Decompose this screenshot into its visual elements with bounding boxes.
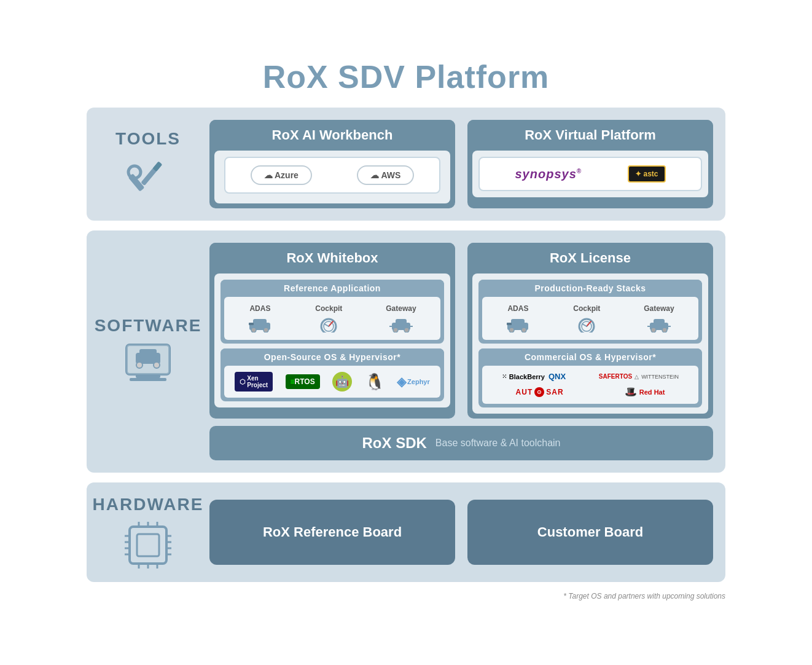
svg-rect-9 [139,349,157,358]
prod-stacks-header: Production-Ready Stacks [478,280,702,297]
safertos-logo: SAFERTOS △ WITTENSTEIN [599,373,679,380]
gateway-label: Gateway [386,304,416,313]
hardware-label: HARDWARE [93,495,204,514]
open-source-header: Open-Source OS & Hypervisor* [221,348,444,366]
hardware-label-col: HARDWARE [99,495,197,570]
workbench-body: ☁ Azure ☁ AWS [214,151,450,203]
svg-rect-7 [130,378,166,381]
linux-logo: 🐧 [365,372,385,392]
cloud-icon: ☁ [264,170,273,180]
commercial-os-section: Commercial OS & Hypervisor* ⁙ BlackBerry… [478,348,702,407]
virtual-body: synopsys® ✦ astc [472,151,708,197]
gateway-icon [389,315,413,332]
cockpit-item: Cockpit [315,304,342,332]
software-label: SOFTWARE [95,316,202,336]
virtual-panel: RoX Virtual Platform synopsys® ✦ astc [467,120,713,208]
commercial-os-header: Commercial OS & Hypervisor* [478,348,702,366]
page-title: RoX SDV Platform [87,58,725,95]
svg-rect-6 [136,374,160,378]
synopsys-logo: synopsys® [515,167,582,181]
software-label-col: SOFTWARE [99,316,197,388]
adas-license-item: ADAS [506,304,529,332]
cockpit-license-icon [575,315,598,332]
svg-point-24 [404,328,409,332]
adas-label: ADAS [249,304,270,313]
svg-point-39 [662,328,667,332]
software-top-row: RoX Whitebox Reference Application ADAS [209,243,713,419]
svg-rect-22 [396,319,407,326]
svg-rect-37 [654,319,665,326]
azure-cloud: ☁ Azure [251,165,312,185]
reference-board-label: RoX Reference Board [263,524,402,540]
prod-stacks-section: Production-Ready Stacks ADAS Cockpit [478,280,702,344]
license-title: RoX License [467,243,713,273]
open-source-section: Open-Source OS & Hypervisor* ⬡ XenProjec… [221,348,444,401]
whitebox-body: Reference Application ADAS Cockpit [214,273,450,407]
cockpit-license-item: Cockpit [573,304,600,332]
cloud-items: ☁ Azure ☁ AWS [224,157,440,194]
svg-point-11 [154,362,160,368]
license-body: Production-Ready Stacks ADAS Cockpit [472,273,708,414]
redhat-logo: 🎩 Red Hat [625,386,665,398]
svg-line-35 [582,324,587,326]
commercial-row-1: ⁙ BlackBerry QNX SAFERTOS △ WITTENSTEIN [488,372,692,381]
astc-logo: ✦ astc [628,165,665,183]
svg-rect-31 [507,323,512,325]
svg-point-38 [651,328,656,332]
hardware-icon [123,521,173,570]
svg-point-10 [136,362,142,368]
open-source-body: ⬡ XenProject ≡RTOS 🤖 🐧 ◈Zephyr [224,366,440,398]
tools-icon [126,155,170,199]
blackberry-qnx-logo: ⁙ BlackBerry QNX [502,372,566,381]
partner-logos: synopsys® ✦ astc [478,157,702,191]
prod-stacks-body: ADAS Cockpit Gateway [482,297,698,340]
svg-line-20 [324,324,329,326]
tools-label-col: TOOLS [99,129,197,199]
hardware-section: HARDWARE [87,482,725,582]
autosar-logo: AUT ⊙ SAR [516,387,564,397]
sdk-desc: Base software & AI toolchain [435,438,561,449]
adas-icon [248,315,271,332]
svg-rect-16 [249,323,254,325]
footnote: * Target OS and partners with upcoming s… [87,592,725,600]
svg-point-30 [521,328,526,332]
aws-cloud: ☁ AWS [357,165,414,185]
svg-rect-13 [253,319,267,326]
xen-logo: ⬡ XenProject [235,372,273,392]
workbench-title: RoX AI Workbench [209,120,455,151]
whitebox-title: RoX Whitebox [209,243,455,273]
svg-point-23 [393,328,398,332]
software-icon [123,342,173,388]
sdk-name: RoX SDK [362,435,426,452]
cockpit-license-label: Cockpit [573,304,600,313]
svg-rect-42 [130,527,166,564]
gateway-license-item: Gateway [644,304,674,332]
svg-point-14 [251,328,256,332]
reference-board-box: RoX Reference Board [209,500,455,565]
ref-app-body: ADAS Cockpit Gateway [224,297,440,340]
tools-content: RoX AI Workbench ☁ Azure ☁ AWS RoX Virtu… [209,120,713,208]
commercial-os-body: ⁙ BlackBerry QNX SAFERTOS △ WITTENSTEIN [482,366,698,404]
android-logo: 🤖 [332,372,352,392]
adas-license-icon [506,315,529,332]
ref-app-section: Reference Application ADAS Cockpit [221,280,444,344]
gateway-license-icon [647,315,671,332]
cloud-icon-aws: ☁ [370,170,379,180]
gateway-license-label: Gateway [644,304,674,313]
tools-label: TOOLS [115,129,181,149]
software-content: RoX Whitebox Reference Application ADAS [209,243,713,460]
adas-license-label: ADAS [507,304,528,313]
svg-point-15 [264,328,268,332]
hardware-content: RoX Reference Board Customer Board [209,500,713,565]
sdk-bar: RoX SDK Base software & AI toolchain [209,426,713,460]
gateway-item: Gateway [386,304,416,332]
commercial-row-2: AUT ⊙ SAR 🎩 Red Hat [488,386,692,398]
whitebox-panel: RoX Whitebox Reference Application ADAS [209,243,455,419]
cockpit-label: Cockpit [315,304,342,313]
rtos-logo: ≡RTOS [286,374,320,389]
virtual-title: RoX Virtual Platform [467,120,713,151]
main-container: RoX SDV Platform TOOLS RoX AI Workbench [68,46,744,619]
software-section: SOFTWARE RoX Whitebox [87,230,725,473]
adas-item: ADAS [248,304,271,332]
cockpit-icon [317,315,340,332]
